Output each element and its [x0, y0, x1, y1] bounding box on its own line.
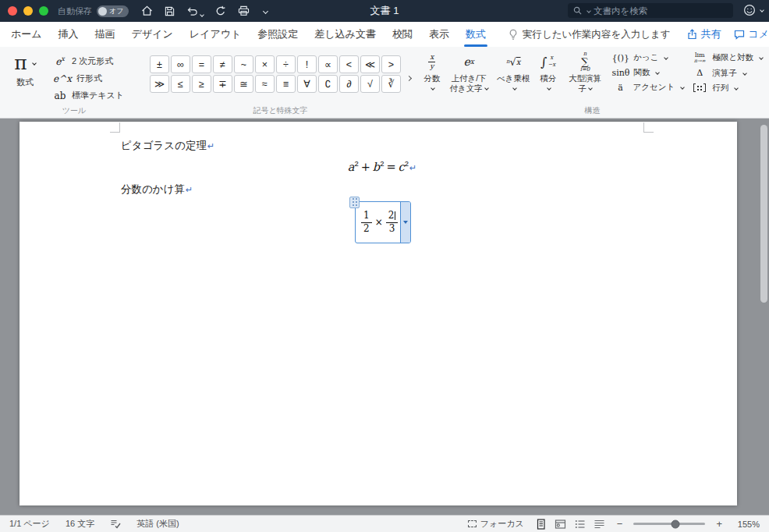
page-count[interactable]: 1/1 ページ [9, 518, 50, 530]
symbol-button[interactable]: ~ [234, 55, 253, 73]
zoom-out-button[interactable]: − [616, 519, 624, 529]
tab-review[interactable]: 校閲 [392, 22, 413, 47]
symbol-button[interactable]: ∝ [318, 55, 338, 73]
fraction-two-thirds[interactable]: 2 3 [386, 210, 399, 235]
search-input[interactable] [594, 6, 728, 16]
zoom-in-button[interactable]: + [715, 519, 723, 529]
times-operator[interactable]: × [375, 217, 383, 228]
redo-button[interactable] [215, 5, 226, 16]
equation-editor-box[interactable]: 1 2 × 2 3 = [355, 201, 411, 243]
symbol-button[interactable]: ≥ [192, 75, 211, 93]
print-layout-view-button[interactable] [534, 518, 548, 530]
undo-button[interactable] [186, 6, 204, 16]
tab-design[interactable]: デザイン [132, 22, 173, 47]
equation-pythagoras[interactable]: a2+b2=c2↵ [121, 161, 643, 173]
word-count[interactable]: 16 文字 [66, 518, 94, 530]
script-button[interactable]: ex 上付き/下付き文字 [449, 50, 489, 107]
tools-group-label: ツール [6, 105, 142, 116]
heading-pythagoras[interactable]: ピタゴラスの定理 ↵ [121, 139, 214, 153]
operator-button[interactable]: Δ 演算子 [691, 67, 763, 80]
minimize-button[interactable] [23, 6, 33, 16]
symbol-button[interactable]: < [339, 55, 359, 73]
outline-view-button[interactable] [573, 518, 586, 530]
symbol-button[interactable]: ∛ [381, 75, 401, 93]
tab-references[interactable]: 参照設定 [257, 22, 298, 47]
save-button[interactable] [165, 6, 175, 16]
symbol-button[interactable]: × [255, 55, 275, 73]
symbol-button[interactable]: ÷ [276, 55, 296, 73]
symbol-button[interactable]: ≤ [171, 75, 190, 93]
chevron-down-icon [32, 61, 37, 66]
zoom-percentage[interactable]: 155% [733, 520, 760, 529]
integral-button[interactable]: ∫x−x 積分 [538, 50, 558, 107]
share-button[interactable]: 共有 [687, 27, 721, 41]
symbol-button[interactable]: ∓ [213, 75, 232, 93]
symbol-button[interactable]: ≈ [255, 75, 275, 93]
structures-group-label: 構造 [422, 105, 763, 116]
tell-me-box[interactable]: 実行したい作業内容を入力します [509, 28, 671, 41]
symbol-button[interactable]: ≠ [213, 55, 232, 73]
symbol-button[interactable]: > [381, 55, 401, 73]
page[interactable]: ピタゴラスの定理 ↵ a2+b2=c2↵ 分数のかけ算 ↵ 1 2 × 2 3 [19, 122, 737, 505]
symbol-button[interactable]: ≫ [150, 75, 169, 93]
symbol-button[interactable]: ∀ [297, 75, 317, 93]
tab-insert[interactable]: 挿入 [58, 22, 79, 47]
symbol-button[interactable]: ∂ [339, 75, 359, 93]
professional-format-button[interactable]: ex 2 次元形式 [51, 55, 126, 68]
normal-text-button[interactable]: ab 標準テキスト [51, 89, 126, 102]
tab-equation[interactable]: 数式 [466, 22, 486, 47]
symbol-button[interactable]: = [192, 55, 211, 73]
web-layout-view-button[interactable] [554, 518, 567, 530]
limit-button[interactable]: limn→∞ 極限と対数 [691, 51, 763, 65]
feedback-button[interactable] [743, 4, 764, 16]
symbol-button[interactable]: ≪ [360, 55, 380, 73]
symbol-button[interactable]: ∞ [171, 55, 190, 73]
share-icon [687, 29, 697, 40]
spellcheck-button[interactable] [110, 520, 121, 529]
symbol-button[interactable]: ≅ [234, 75, 253, 93]
scrollbar-thumb[interactable] [760, 125, 767, 303]
accent-button[interactable]: ä アクセント [612, 81, 685, 94]
symbol-button[interactable]: ± [150, 55, 169, 73]
matrix-button[interactable]: 行列 [691, 82, 763, 94]
tab-draw[interactable]: 描画 [95, 22, 115, 47]
pi-icon: π [14, 53, 27, 73]
toolbar-more-button[interactable] [261, 9, 268, 13]
bracket-button[interactable]: {()} かっこ [612, 51, 685, 64]
symbol-button[interactable]: ! [297, 55, 317, 73]
comments-button[interactable]: コメント [734, 27, 769, 41]
symbol-button[interactable]: √ [360, 75, 380, 93]
tab-home[interactable]: ホーム [11, 22, 42, 47]
equation-insert-button[interactable]: π 数式 [6, 52, 44, 107]
function-button[interactable]: sinθ 関数 [612, 66, 685, 79]
symbol-button[interactable]: ≡ [276, 75, 296, 93]
tab-view[interactable]: 表示 [429, 22, 449, 47]
more-symbols-button[interactable] [405, 71, 411, 85]
search-field[interactable] [568, 3, 733, 18]
heading-fraction-multiplication[interactable]: 分数のかけ算 ↵ [121, 183, 193, 197]
zoom-slider[interactable] [633, 523, 705, 525]
search-scope-chevron-icon[interactable] [586, 9, 591, 13]
print-button[interactable] [238, 5, 250, 16]
equation-handle[interactable] [349, 197, 360, 208]
status-left: 1/1 ページ 16 文字 英語 (米国) [9, 518, 179, 530]
equation-options-dropdown[interactable] [400, 202, 410, 243]
close-button[interactable] [8, 6, 17, 16]
large-operator-button[interactable]: n∑i=0 大型演算子 [565, 50, 604, 107]
fullscreen-button[interactable] [39, 6, 48, 16]
tab-layout[interactable]: レイアウト [190, 22, 242, 47]
tab-mailings[interactable]: 差し込み文書 [314, 22, 376, 47]
draft-view-button[interactable] [593, 518, 606, 530]
fraction-button[interactable]: xy 分数 [422, 50, 442, 107]
home-button[interactable] [141, 5, 153, 16]
radical-button[interactable]: n√x べき乗根 [496, 50, 531, 107]
focus-button[interactable]: フォーカス [468, 518, 524, 530]
autosave-toggle[interactable]: オフ [97, 5, 129, 17]
zoom-slider-thumb[interactable] [671, 520, 679, 528]
linear-format-button[interactable]: e^x 行形式 [51, 72, 126, 85]
fraction-one-half[interactable]: 1 2 [361, 210, 372, 235]
language-selector[interactable]: 英語 (米国) [136, 518, 179, 530]
document-canvas[interactable]: ピタゴラスの定理 ↵ a2+b2=c2↵ 分数のかけ算 ↵ 1 2 × 2 3 [0, 119, 769, 515]
symbol-button[interactable]: ∁ [318, 75, 338, 93]
vertical-scrollbar[interactable] [759, 123, 768, 510]
